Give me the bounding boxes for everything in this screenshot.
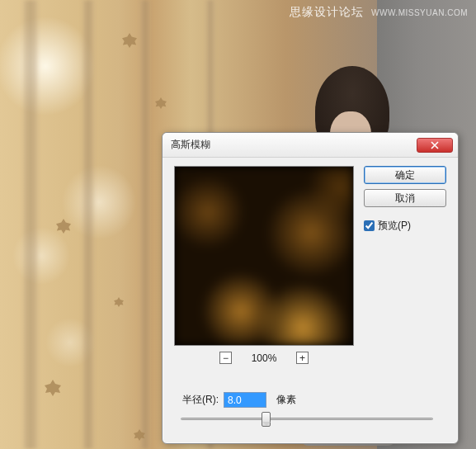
gaussian-blur-dialog: 高斯模糊 − 100% + 确定 取消 预览(P) 半径(R): 像素 [162,132,459,444]
radius-label: 半径(R): [182,393,219,407]
preview-box[interactable] [174,166,354,346]
watermark-zh: 思缘设计论坛 [290,5,364,18]
leaf-icon [155,97,167,109]
minus-icon: − [223,353,229,363]
tree-blur [140,0,150,449]
radius-unit: 像素 [276,393,296,407]
radius-row: 半径(R): 像素 [182,392,296,408]
cancel-button[interactable]: 取消 [364,189,446,207]
leaf-icon [45,380,61,396]
ok-button[interactable]: 确定 [364,166,446,184]
preview-checkbox-row[interactable]: 预览(P) [364,219,446,233]
zoom-value: 100% [247,352,281,364]
button-column: 确定 取消 预览(P) [364,166,446,233]
leaf-icon [56,219,71,234]
preview-image [175,167,353,345]
dialog-titlebar[interactable]: 高斯模糊 [163,133,458,158]
zoom-in-button[interactable]: + [296,352,309,364]
plus-icon: + [299,353,305,363]
watermark: 思缘设计论坛 WWW.MISSYUAN.COM [290,5,468,20]
radius-input[interactable] [224,392,266,408]
slider-thumb[interactable] [262,412,271,427]
dialog-title: 高斯模糊 [171,138,417,152]
leaf-icon [122,33,137,48]
watermark-en: WWW.MISSYUAN.COM [371,8,468,17]
close-button[interactable] [417,138,453,153]
dialog-body: − 100% + 确定 取消 预览(P) 半径(R): 像素 [163,158,458,443]
tree-blur [23,0,38,449]
tree-blur [82,0,94,449]
preview-checkbox-label: 预览(P) [378,219,411,233]
close-icon [431,141,439,149]
zoom-controls: − 100% + [174,352,354,364]
zoom-out-button[interactable]: − [219,352,232,364]
slider-track [181,418,433,420]
leaf-icon [114,297,124,307]
preview-checkbox[interactable] [364,220,375,231]
radius-slider[interactable] [181,412,433,427]
